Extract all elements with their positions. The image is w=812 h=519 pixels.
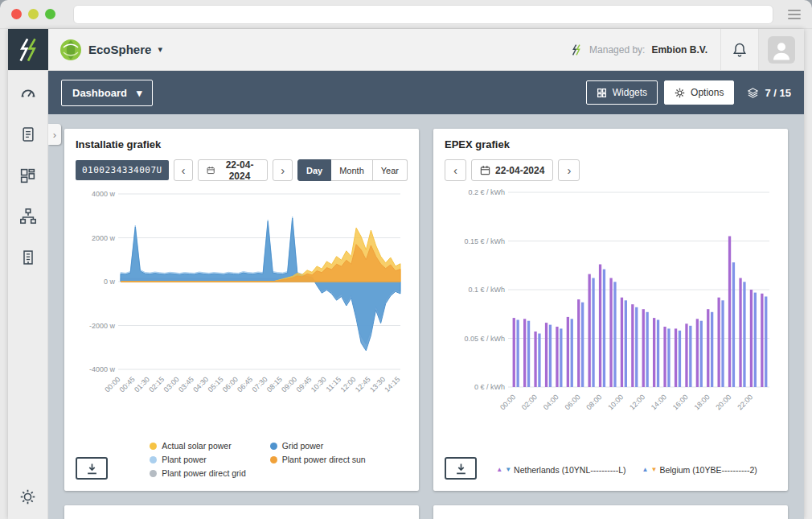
browser-window: EcoSphere ▾ Managed by: Embion B.V. [0, 0, 812, 519]
svg-text:00:00: 00:00 [498, 393, 517, 411]
legend-item: Actual solar power [150, 441, 245, 451]
sidebar-item-dashboard[interactable] [18, 84, 38, 103]
download-icon [86, 463, 98, 475]
next-date-button[interactable]: › [273, 159, 293, 181]
installatie-controls: 0100234334007U ‹ 22-04-2024 [76, 159, 408, 181]
date-value: 22-04-2024 [495, 165, 544, 176]
sidebar-item-topology[interactable] [18, 207, 38, 226]
next-date-button[interactable]: › [558, 159, 580, 181]
svg-text:-2000 w: -2000 w [89, 322, 116, 330]
range-month-button[interactable]: Month [331, 159, 373, 181]
close-window-button[interactable] [11, 9, 22, 19]
address-bar[interactable] [73, 5, 773, 24]
legend-dot [150, 456, 157, 463]
gear-icon [675, 88, 685, 98]
svg-text:03:00: 03:00 [162, 375, 181, 393]
legend-dot [150, 470, 157, 477]
svg-text:06:00: 06:00 [221, 375, 240, 393]
svg-text:07:30: 07:30 [251, 375, 269, 393]
widget-counter-value: 7 / 15 [765, 87, 791, 99]
device-id-badge: 0100234334007U [76, 160, 169, 180]
date-picker-button[interactable]: 22-04-2024 [471, 159, 553, 181]
svg-text:01:30: 01:30 [133, 375, 151, 393]
installatie-chart: 4000 w2000 w0 w-2000 w-4000 w00:0000:450… [76, 186, 408, 408]
widget-counter: 7 / 15 [747, 87, 791, 99]
epex-footer: ▲▼Netherlands (10YNL----------L)▲▼Belgiu… [445, 457, 777, 481]
embion-logo-icon [14, 35, 42, 65]
dashboard-selector[interactable]: Dashboard ▾ [61, 80, 153, 106]
avatar [768, 36, 795, 64]
widgets-grid-icon [19, 167, 36, 184]
widgets-button[interactable]: Widgets [586, 80, 658, 105]
svg-text:12:45: 12:45 [354, 375, 372, 393]
installatie-footer: Actual solar powerPlant powerPlant power… [76, 441, 408, 481]
svg-text:10:30: 10:30 [310, 375, 328, 393]
prev-date-button[interactable]: ‹ [445, 159, 466, 181]
chevron-down-icon: ▾ [137, 87, 142, 99]
svg-text:00:45: 00:45 [118, 375, 137, 393]
svg-text:18:00: 18:00 [693, 393, 712, 411]
app-header: EcoSphere ▾ Managed by: Embion B.V. [8, 29, 804, 71]
svg-text:2000 w: 2000 w [92, 234, 116, 242]
svg-text:08:00: 08:00 [584, 393, 603, 411]
legend-dot [270, 443, 277, 450]
user-menu[interactable] [759, 29, 804, 70]
sidebar-item-settings[interactable] [18, 487, 38, 506]
layers-icon [747, 87, 759, 99]
download-button[interactable] [76, 457, 108, 480]
managed-by-value: Embion B.V. [651, 44, 707, 56]
svg-text:10:00: 10:00 [606, 393, 625, 411]
brand-name: EcoSphere [88, 43, 151, 56]
legend-dot [150, 443, 157, 450]
options-button[interactable]: Options [664, 80, 734, 105]
brand-dropdown[interactable]: EcoSphere ▾ [48, 29, 174, 70]
zoom-window-button[interactable] [45, 9, 55, 19]
epex-grafiek-card: EPEX grafiek ‹ [433, 129, 788, 491]
sidebar-item-widgets[interactable] [18, 166, 38, 185]
legend-label: Belgium (10YBE----------2) [659, 465, 757, 475]
prev-date-button[interactable]: ‹ [174, 159, 194, 181]
legend-label: Plant power [162, 455, 206, 464]
dashboard-toolbar: Dashboard ▾ Widgets [48, 71, 804, 114]
ecosphere-logo-icon [59, 39, 82, 61]
download-button[interactable] [445, 457, 477, 480]
range-day-button[interactable]: Day [297, 159, 331, 181]
browser-menu-icon[interactable] [788, 10, 801, 19]
notifications-button[interactable] [721, 29, 758, 70]
svg-text:02:00: 02:00 [520, 393, 539, 411]
svg-text:00:00: 00:00 [103, 375, 121, 393]
sidebar-item-buildings[interactable] [18, 248, 38, 267]
svg-text:0.15 € / kWh: 0.15 € / kWh [464, 237, 505, 245]
embion-logo [8, 29, 48, 70]
installatie-legend: Actual solar powerPlant powerPlant power… [150, 441, 365, 480]
legend-item: Grid power [270, 441, 366, 451]
date-picker-button[interactable]: 22-04-2024 [198, 159, 268, 181]
building-icon [20, 249, 36, 266]
legend-label: Netherlands (10YNL----------L) [514, 465, 625, 475]
sidebar-item-reports[interactable] [18, 125, 38, 144]
chevron-down-icon: ▾ [158, 44, 162, 55]
embion-mini-logo-icon [570, 42, 583, 58]
cards-row-partial [64, 491, 788, 519]
svg-text:12:00: 12:00 [339, 375, 358, 393]
svg-text:04:00: 04:00 [542, 393, 560, 411]
legend-dot [270, 456, 277, 463]
gear-icon [19, 488, 36, 505]
dashboard-content: › Installatie grafiek 0100234334007U ‹ [48, 114, 804, 519]
svg-text:13:30: 13:30 [368, 375, 387, 393]
calendar-icon [480, 165, 490, 175]
range-year-button[interactable]: Year [373, 159, 408, 181]
installatie-grafiek-card: Installatie grafiek 0100234334007U ‹ [64, 129, 419, 491]
epex-legend: ▲▼Netherlands (10YNL----------L)▲▼Belgiu… [496, 465, 757, 480]
svg-text:16:00: 16:00 [671, 393, 690, 411]
svg-text:08:15: 08:15 [265, 375, 284, 393]
svg-text:09:45: 09:45 [295, 375, 314, 393]
range-toggle: Day Month Year [297, 159, 408, 181]
browser-title-bar [0, 0, 812, 29]
app-window: EcoSphere ▾ Managed by: Embion B.V. [8, 29, 804, 519]
sidebar-expander[interactable]: › [48, 124, 61, 145]
minimize-window-button[interactable] [28, 9, 39, 19]
legend-item: Plant power direct grid [150, 468, 245, 478]
svg-text:06:00: 06:00 [564, 393, 582, 411]
card-partial [64, 505, 419, 519]
